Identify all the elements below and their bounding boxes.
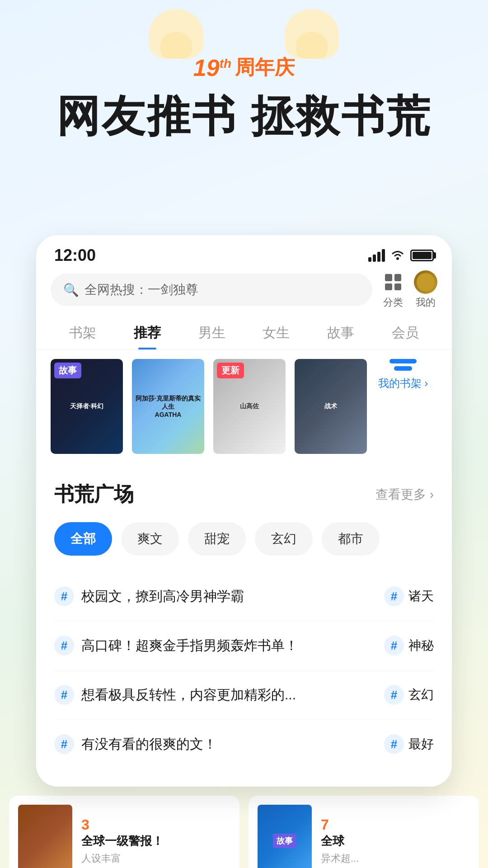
- see-more-button[interactable]: 查看更多 ›: [375, 486, 434, 503]
- book-cover-2[interactable]: 阿加莎·克里斯蒂的真实人生AGATHA: [132, 359, 204, 454]
- anniversary-badge: 19th 周年庆: [193, 54, 295, 81]
- hash-icon: #: [54, 734, 74, 754]
- filter-tag-sweet[interactable]: 甜宠: [188, 522, 246, 556]
- list-item-right-text: 神秘: [408, 637, 434, 654]
- grid-icon: [381, 270, 405, 294]
- list-item-text: 高口碑！超爽金手指男频轰炸书单！: [81, 637, 298, 655]
- search-bar[interactable]: 🔍 全网热搜：一剑独尊: [51, 274, 372, 306]
- book-cover-4[interactable]: 战术: [295, 359, 367, 454]
- list-items: # 校园文，撩到高冷男神学霸 # 诸天 # 高口碑！超爽金手指男频轰炸书单！ #…: [54, 572, 434, 769]
- cat-ear-right: [285, 9, 339, 59]
- hash-icon-right: #: [384, 586, 404, 606]
- bottom-book-cover-2: 故事: [258, 805, 312, 868]
- filter-tag-cool[interactable]: 爽文: [121, 522, 179, 556]
- battery-icon: [410, 250, 434, 261]
- square-section: 书荒广场 查看更多 › 全部 爽文 甜宠 玄幻 都市 # 校园文，撩到高冷男神学…: [36, 463, 452, 787]
- bottom-card-2[interactable]: 故事 7 全球 异术超...: [249, 796, 479, 868]
- list-item-text: 想看极具反转性，内容更加精彩的...: [81, 686, 296, 704]
- book-shelf-preview: 天择者·科幻 故事 阿加莎·克里斯蒂的真实人生AGATHA 山高佐 更新 战术: [36, 359, 452, 454]
- hash-icon-right: #: [384, 636, 404, 656]
- bottom-rank-1: 3: [81, 816, 230, 833]
- phone-mockup: 12:00 🔍 全网热搜：: [36, 235, 452, 787]
- cat-ears-decoration: [149, 9, 339, 59]
- wifi-icon: [390, 248, 405, 264]
- hash-icon-right: #: [384, 685, 404, 705]
- book-cover-3[interactable]: 山高佐 更新: [213, 359, 286, 454]
- my-shelf-button[interactable]: 我的书架 ›: [376, 359, 430, 391]
- hash-icon: #: [54, 636, 74, 656]
- list-item[interactable]: # 想看极具反转性，内容更加精彩的... # 玄幻: [54, 670, 434, 720]
- avatar-icon: [414, 270, 437, 294]
- anniversary-text: 周年庆: [235, 54, 295, 81]
- category-button[interactable]: 分类: [381, 270, 405, 309]
- search-actions: 分类 我的: [381, 270, 437, 309]
- hero-section: 19th 周年庆 网友推书 拯救书荒: [0, 0, 488, 226]
- signal-icon: [368, 249, 385, 262]
- list-item-right-text: 诸天: [408, 588, 434, 605]
- status-bar: 12:00: [36, 235, 452, 270]
- shelf-icon: [389, 359, 417, 371]
- filter-tag-fantasy[interactable]: 玄幻: [255, 522, 313, 556]
- filter-tag-city[interactable]: 都市: [322, 522, 380, 556]
- nav-tabs: 书架 推荐 男生 女生 故事 会员: [36, 316, 452, 350]
- bottom-book-info-2: 7 全球 异术超...: [321, 816, 470, 865]
- svg-point-0: [396, 257, 399, 260]
- tab-recommend[interactable]: 推荐: [115, 316, 180, 349]
- search-placeholder: 全网热搜：一剑独尊: [84, 281, 198, 298]
- tab-female[interactable]: 女生: [244, 316, 309, 349]
- bottom-desc-1: 人设丰富: [81, 852, 230, 865]
- bottom-card-1[interactable]: 3 全球一级警报！ 人设丰富: [9, 796, 239, 868]
- tab-member[interactable]: 会员: [373, 316, 437, 349]
- list-item-text: 校园文，撩到高冷男神学霸: [81, 587, 244, 606]
- hash-icon-right: #: [384, 734, 404, 754]
- bottom-title-1: 全球一级警报！: [81, 833, 230, 849]
- status-icons: [368, 248, 434, 264]
- tab-male[interactable]: 男生: [179, 316, 244, 349]
- list-item[interactable]: # 高口碑！超爽金手指男频轰炸书单！ # 神秘: [54, 621, 434, 670]
- bottom-book-info-1: 3 全球一级警报！ 人设丰富: [81, 816, 230, 865]
- hash-icon: #: [54, 685, 74, 705]
- hero-title: 网友推书 拯救书荒: [56, 90, 432, 142]
- book-cover-1[interactable]: 天择者·科幻 故事: [51, 359, 123, 454]
- filter-tags: 全部 爽文 甜宠 玄幻 都市: [54, 522, 434, 556]
- bottom-desc-2: 异术超...: [321, 852, 470, 865]
- search-icon: 🔍: [63, 283, 79, 297]
- avatar-face: [417, 273, 435, 291]
- filter-tag-all[interactable]: 全部: [54, 522, 112, 556]
- book-tag-update: 更新: [217, 363, 244, 378]
- search-area: 🔍 全网热搜：一剑独尊 分类 我的: [36, 270, 452, 316]
- list-item-right-text: 玄幻: [408, 686, 434, 703]
- cat-ear-left: [149, 9, 203, 59]
- book-tag-story: 故事: [54, 363, 81, 378]
- my-label: 我的: [416, 296, 436, 309]
- section-header: 书荒广场 查看更多 ›: [54, 481, 434, 508]
- see-more-arrow: ›: [430, 487, 434, 502]
- list-item[interactable]: # 有没有看的很爽的文！ # 最好: [54, 720, 434, 769]
- bottom-section: 3 全球一级警报！ 人设丰富 故事 7 全球 异术超...: [0, 796, 488, 868]
- battery-fill: [413, 252, 432, 259]
- anniversary-number: 19th: [193, 56, 231, 80]
- tab-story[interactable]: 故事: [309, 316, 373, 349]
- status-time: 12:00: [54, 246, 96, 265]
- my-shelf-label: 我的书架 ›: [378, 376, 428, 391]
- tab-shelf[interactable]: 书架: [51, 316, 115, 349]
- list-item[interactable]: # 校园文，撩到高冷男神学霸 # 诸天: [54, 572, 434, 621]
- bottom-book-cover-1: [18, 805, 72, 868]
- hash-icon: #: [54, 586, 74, 606]
- bottom-title-2: 全球: [321, 833, 470, 849]
- list-item-text: 有没有看的很爽的文！: [81, 735, 217, 754]
- section-title: 书荒广场: [54, 481, 134, 508]
- category-label: 分类: [383, 296, 403, 309]
- my-button[interactable]: 我的: [414, 270, 437, 309]
- list-item-right-text: 最好: [408, 736, 434, 753]
- bottom-rank-2: 7: [321, 816, 470, 833]
